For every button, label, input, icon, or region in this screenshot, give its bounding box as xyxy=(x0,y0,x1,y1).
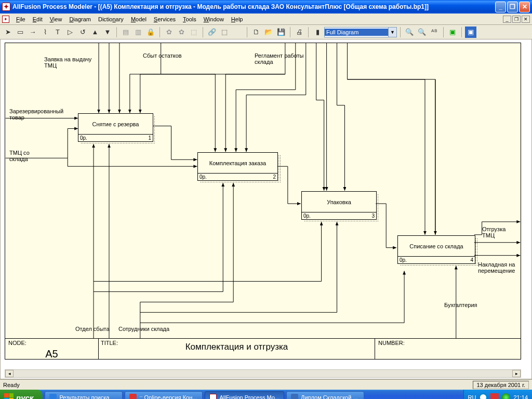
zoom-value: Full Diagram xyxy=(325,29,388,36)
node-value: А5 xyxy=(8,348,95,360)
label-bottom1: Отдел сбыта xyxy=(75,326,110,332)
tb-icon[interactable]: 🔗 xyxy=(206,26,218,38)
up-icon[interactable]: ▲ xyxy=(89,26,101,38)
menu-view[interactable]: View xyxy=(46,15,66,23)
model-explorer-icon[interactable]: ▣ xyxy=(447,26,458,38)
node-label: NODE: xyxy=(8,340,26,346)
tb-icon[interactable]: ⬚ xyxy=(219,26,230,38)
horizontal-scrollbar[interactable]: ◂ ▸ xyxy=(5,369,521,378)
window-title: AllFusion Process Modeler - [(А5) Компле… xyxy=(12,3,495,10)
scroll-right-icon[interactable]: ▸ xyxy=(512,370,521,377)
activity-box-3[interactable]: Упаковка 0р.3 xyxy=(301,191,377,220)
menu-tools[interactable]: Tools xyxy=(179,15,200,23)
dropdown-icon[interactable]: ▼ xyxy=(388,28,396,37)
menu-bar: ✦ File Edit View Diagram Dictionary Mode… xyxy=(0,14,532,25)
status-bar: Ready 13 декабря 2001 г. xyxy=(0,379,532,390)
label-right2: Накладная на перемещение xyxy=(478,261,522,274)
tunnel-tool-icon[interactable]: ▷ xyxy=(64,26,76,38)
tray-icon[interactable] xyxy=(479,393,487,399)
label-top2: Сбыт остатков xyxy=(143,52,184,59)
scroll-left-icon[interactable]: ◂ xyxy=(5,370,14,377)
menu-dictionary[interactable]: Dictionary xyxy=(95,15,127,23)
mdi-minimize-button[interactable]: _ xyxy=(503,16,511,23)
close-button[interactable]: ✕ xyxy=(519,2,530,12)
status-date: 13 декабря 2001 г. xyxy=(473,381,529,389)
menu-edit[interactable]: Edit xyxy=(29,15,46,23)
activity-box-1[interactable]: Снятие с резерва 0р.1 xyxy=(78,113,153,142)
word-icon xyxy=(291,394,298,399)
activity-box-2[interactable]: Комплектация заказа 0р.2 xyxy=(197,152,278,181)
tb-icon[interactable]: ✿ xyxy=(163,26,175,38)
mdi-close-button[interactable]: ✕ xyxy=(522,16,530,23)
toolbar: ➤ ▭ → ⌇ T ▷ ↺ ▲ ▼ ▤ ▥ 🔒 ✿ ✿ ⬚ 🔗 ⬚ 🗋 📂 💾 … xyxy=(0,25,532,39)
tb-icon[interactable]: ▤ xyxy=(120,26,131,38)
box2-title: Комплектация заказа xyxy=(198,153,277,173)
box-tool-icon[interactable]: ▭ xyxy=(15,26,26,38)
diagram-canvas[interactable]: Заявка на выдачу ТМЦ Сбыт остатков Регла… xyxy=(5,43,521,360)
menu-file[interactable]: File xyxy=(12,15,29,23)
app-icon xyxy=(209,394,217,399)
label-bottom3: Бухгалтерия xyxy=(444,302,477,308)
mdi-restore-button[interactable]: ❐ xyxy=(512,16,521,23)
tb-icon[interactable]: ⬚ xyxy=(188,26,200,38)
tb-icon[interactable]: 🔒 xyxy=(145,26,156,38)
label-bottom2: Сотрудники склада xyxy=(118,326,169,332)
text-tool-icon[interactable]: T xyxy=(52,26,63,38)
squiggle-tool-icon[interactable]: ⌇ xyxy=(39,26,51,38)
menu-services[interactable]: Services xyxy=(150,15,179,23)
spellcheck-icon[interactable]: ᴬᴮ xyxy=(429,26,440,38)
arrow-tool-icon[interactable]: → xyxy=(27,26,38,38)
diagram-footer: NODE: А5 TITLE: Комплектация и отгрузка … xyxy=(5,338,521,359)
start-button[interactable]: пуск xyxy=(0,390,43,399)
down-icon[interactable]: ▼ xyxy=(102,26,113,38)
menu-window[interactable]: Window xyxy=(200,15,228,23)
taskbar: пуск Результаты поиска :: Online-версия … xyxy=(0,390,532,399)
menu-model[interactable]: Model xyxy=(127,15,150,23)
title-value: Комплектация и отгрузка xyxy=(185,342,288,352)
taskbar-item-4[interactable]: Диплом Складской ... xyxy=(286,391,364,399)
zoom-out-icon[interactable]: 🔍 xyxy=(416,26,428,38)
window-titlebar: ✦ AllFusion Process Modeler - [(А5) Комп… xyxy=(0,0,532,14)
workspace-icon[interactable]: ▣ xyxy=(465,26,476,38)
tray-icon[interactable] xyxy=(490,393,499,399)
report-icon[interactable]: ▮ xyxy=(312,26,323,38)
box4-title: Списание со склада xyxy=(398,236,475,256)
arrows-layer xyxy=(5,43,521,359)
taskbar-item-1[interactable]: Результаты поиска xyxy=(45,391,123,399)
open-icon[interactable]: 📂 xyxy=(263,26,274,38)
system-tray: RU 21:14 xyxy=(463,390,532,399)
activity-box-4[interactable]: Списание со склада 0р.4 xyxy=(397,235,475,264)
clock[interactable]: 21:14 xyxy=(513,394,528,399)
mdi-icon[interactable]: ✦ xyxy=(2,16,9,23)
tray-icon[interactable] xyxy=(502,393,510,399)
opera-icon xyxy=(129,394,137,399)
zoom-in-icon[interactable]: 🔍 xyxy=(404,26,415,38)
maximize-button[interactable]: ❐ xyxy=(507,2,518,12)
zoom-combo[interactable]: Full Diagram ▼ xyxy=(324,27,397,37)
number-label: NUMBER: xyxy=(378,340,405,346)
work-area: Заявка на выдачу ТМЦ Сбыт остатков Регла… xyxy=(0,39,532,379)
menu-help[interactable]: Help xyxy=(228,15,247,23)
taskbar-item-2[interactable]: :: Online-версия Кон... xyxy=(125,391,203,399)
label-top1: Заявка на выдачу ТМЦ xyxy=(44,56,101,69)
tb-icon[interactable]: ✿ xyxy=(176,26,187,38)
tb-icon[interactable]: ▥ xyxy=(132,26,144,38)
minimize-button[interactable]: _ xyxy=(495,2,506,12)
taskbar-item-3[interactable]: AllFusion Process Mo... xyxy=(205,391,284,399)
label-right1: Отгрузка ТМЦ xyxy=(482,226,518,238)
pointer-tool-icon[interactable]: ➤ xyxy=(2,26,14,38)
lang-indicator[interactable]: RU xyxy=(468,394,476,399)
label-left2: ТМЦ со склада xyxy=(9,150,46,162)
undo-icon[interactable]: ↺ xyxy=(77,26,88,38)
folder-icon xyxy=(49,394,57,399)
menu-diagram[interactable]: Diagram xyxy=(65,15,95,23)
new-icon[interactable]: 🗋 xyxy=(250,26,262,38)
box3-title: Упаковка xyxy=(302,192,376,212)
print-icon[interactable]: 🖨 xyxy=(294,26,305,38)
app-icon: ✦ xyxy=(2,3,10,11)
save-icon[interactable]: 💾 xyxy=(275,26,287,38)
title-label: TITLE: xyxy=(101,340,118,346)
label-left1: Зарезервированный товар xyxy=(9,108,77,121)
box1-title: Снятие с резерва xyxy=(78,114,153,134)
windows-icon xyxy=(4,393,14,399)
